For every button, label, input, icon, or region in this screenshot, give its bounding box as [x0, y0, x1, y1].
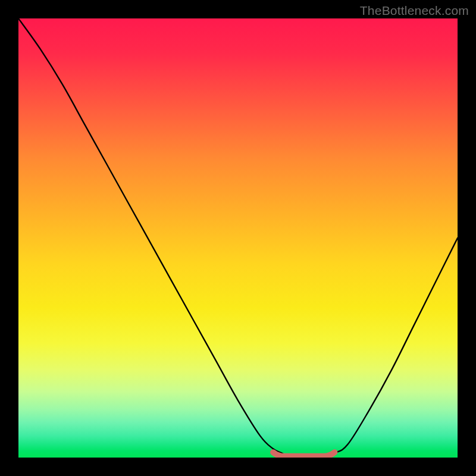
watermark-label: TheBottleneck.com [360, 4, 469, 18]
plot-area [18, 18, 458, 458]
optimal-zone-marker [18, 18, 458, 458]
chart-container: TheBottleneck.com [0, 0, 476, 476]
